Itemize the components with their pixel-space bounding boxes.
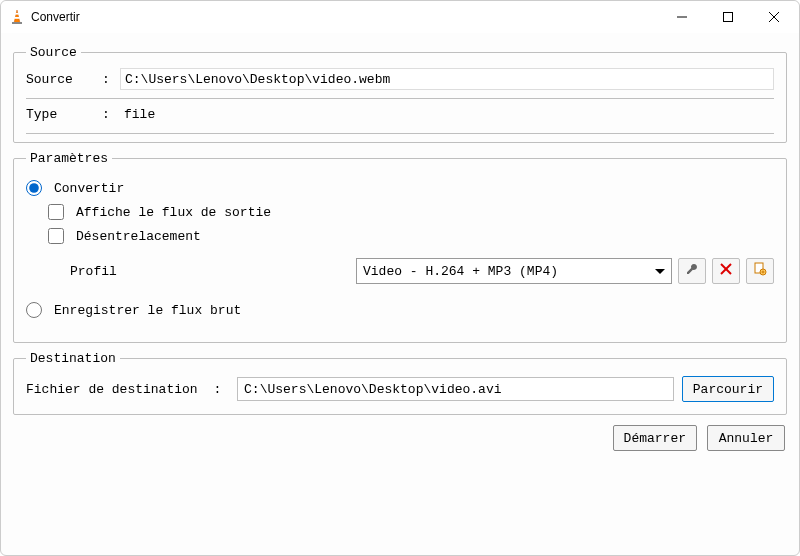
source-label: Source (26, 72, 92, 87)
checkbox-deinterlace[interactable]: Désentrelacement (48, 228, 774, 244)
minimize-button[interactable] (659, 2, 705, 32)
x-icon (719, 262, 733, 280)
window-title: Convertir (31, 10, 80, 24)
titlebar: Convertir (1, 1, 799, 33)
checkbox-show-output-label: Affiche le flux de sortie (76, 205, 271, 220)
svg-rect-5 (724, 13, 733, 22)
radio-dump-raw-label: Enregistrer le flux brut (54, 303, 241, 318)
checkbox-deinterlace-label: Désentrelacement (76, 229, 201, 244)
divider (26, 133, 774, 134)
parameters-group: Paramètres Convertir Affiche le flux de … (13, 151, 787, 343)
type-label: Type (26, 107, 92, 122)
maximize-button[interactable] (705, 2, 751, 32)
checkbox-deinterlace-input[interactable] (48, 228, 64, 244)
destination-legend: Destination (26, 351, 120, 366)
destination-file-input[interactable] (237, 377, 674, 401)
start-button[interactable]: Démarrer (613, 425, 697, 451)
destination-file-label: Fichier de destination (26, 382, 198, 397)
cancel-button[interactable]: Annuler (707, 425, 785, 451)
svg-rect-2 (14, 17, 20, 19)
edit-profile-button[interactable] (678, 258, 706, 284)
convert-dialog: Convertir Source Source : Type : (0, 0, 800, 556)
browse-button[interactable]: Parcourir (682, 376, 774, 402)
document-new-icon (753, 262, 767, 280)
checkbox-show-output[interactable]: Affiche le flux de sortie (48, 204, 774, 220)
divider (26, 98, 774, 99)
source-legend: Source (26, 45, 81, 60)
destination-group: Destination Fichier de destination : Par… (13, 351, 787, 415)
radio-convert[interactable]: Convertir (26, 180, 774, 196)
type-value: file (120, 105, 774, 124)
delete-profile-button[interactable] (712, 258, 740, 284)
checkbox-show-output-input[interactable] (48, 204, 64, 220)
close-button[interactable] (751, 2, 797, 32)
wrench-icon (685, 262, 699, 280)
parameters-legend: Paramètres (26, 151, 112, 166)
source-path-field[interactable] (120, 68, 774, 90)
action-buttons: Démarrer Annuler (13, 415, 787, 451)
radio-convert-input[interactable] (26, 180, 42, 196)
profile-label: Profil (70, 264, 350, 279)
svg-marker-0 (14, 10, 20, 23)
profile-value: Video - H.264 + MP3 (MP4) (363, 264, 655, 279)
radio-dump-raw-input[interactable] (26, 302, 42, 318)
vlc-icon (9, 9, 25, 25)
profile-select[interactable]: Video - H.264 + MP3 (MP4) (356, 258, 672, 284)
svg-rect-1 (15, 13, 19, 15)
new-profile-button[interactable] (746, 258, 774, 284)
source-group: Source Source : Type : file (13, 45, 787, 143)
svg-rect-3 (12, 22, 22, 24)
radio-dump-raw[interactable]: Enregistrer le flux brut (26, 302, 774, 318)
dialog-body: Source Source : Type : file Pa (1, 33, 799, 555)
radio-convert-label: Convertir (54, 181, 124, 196)
source-path-input[interactable] (125, 68, 769, 90)
chevron-down-icon (655, 269, 665, 274)
